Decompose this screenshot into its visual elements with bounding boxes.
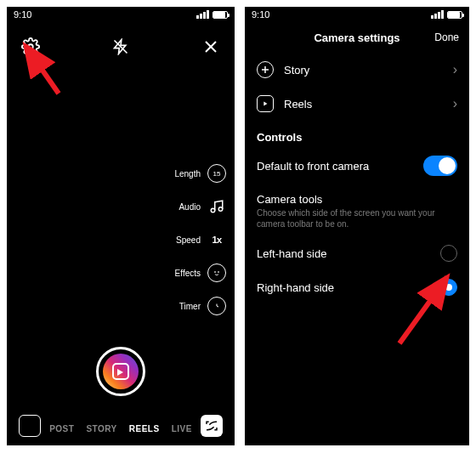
camera-settings-screen: 9:10 Camera settings Done Story › Reels …: [245, 7, 469, 445]
switch-camera-button[interactable]: [201, 415, 223, 437]
front-camera-toggle[interactable]: [423, 156, 457, 176]
tool-timer[interactable]: Timer: [174, 297, 226, 315]
row-right-hand[interactable]: Right-hand side: [245, 270, 469, 304]
flash-off-icon[interactable]: [109, 35, 133, 59]
tool-timer-label: Timer: [179, 302, 201, 311]
controls-heading: Controls: [245, 121, 469, 147]
tool-audio[interactable]: Audio: [174, 197, 226, 216]
length-icon: 15: [207, 164, 226, 183]
status-time: 9:10: [14, 9, 31, 20]
capture-button[interactable]: [96, 347, 145, 396]
tool-speed[interactable]: Speed 1x: [174, 230, 226, 249]
svg-marker-12: [264, 102, 267, 106]
nav-row-story[interactable]: Story ›: [245, 53, 469, 87]
svg-line-9: [217, 306, 218, 307]
row-default-front-camera: Default to front camera: [245, 147, 469, 184]
close-icon[interactable]: [199, 35, 223, 59]
settings-gear-icon[interactable]: [19, 35, 42, 59]
svg-point-0: [28, 44, 33, 49]
camera-screen: 9:10 Length 15: [7, 7, 235, 445]
camera-tools-hint: Choose which side of the screen you want…: [245, 207, 469, 236]
left-hand-radio[interactable]: [440, 245, 457, 262]
music-note-icon: [207, 197, 226, 216]
tab-reels[interactable]: REELS: [129, 424, 160, 434]
settings-title: Camera settings: [289, 31, 425, 44]
tool-effects-label: Effects: [175, 269, 201, 278]
status-time: 9:10: [252, 9, 269, 20]
svg-point-6: [215, 272, 216, 273]
nav-story-label: Story: [284, 64, 309, 76]
tab-post[interactable]: POST: [49, 424, 74, 434]
svg-point-5: [218, 207, 223, 212]
timer-icon: [207, 297, 226, 315]
reels-glyph-icon: [112, 363, 129, 380]
svg-point-4: [211, 208, 215, 212]
right-hand-label: Right-hand side: [257, 281, 334, 294]
front-camera-label: Default to front camera: [257, 160, 369, 173]
camera-tools-column: Length 15 Audio Speed 1x Effects: [174, 164, 226, 315]
tool-effects[interactable]: Effects: [174, 264, 226, 282]
status-icons: [431, 10, 462, 19]
story-plus-icon: [257, 61, 274, 78]
status-bar: 9:10: [7, 7, 235, 22]
effects-icon: [207, 264, 226, 282]
tool-audio-label: Audio: [178, 202, 201, 212]
row-left-hand[interactable]: Left-hand side: [245, 236, 469, 270]
speed-icon: 1x: [207, 230, 226, 249]
tab-story[interactable]: STORY: [86, 424, 116, 434]
tool-speed-label: Speed: [176, 235, 201, 245]
svg-point-7: [218, 272, 219, 273]
chevron-right-icon: ›: [453, 96, 457, 111]
nav-reels-label: Reels: [284, 98, 312, 110]
left-hand-label: Left-hand side: [257, 247, 326, 260]
camera-tools-title: Camera tools: [245, 184, 469, 207]
right-hand-radio[interactable]: [440, 279, 457, 296]
done-button[interactable]: Done: [425, 31, 459, 43]
reels-icon: [257, 95, 274, 112]
nav-row-reels[interactable]: Reels ›: [245, 87, 469, 121]
capture-inner-icon: [103, 354, 139, 389]
tab-live[interactable]: LIVE: [172, 424, 192, 434]
tool-length-label: Length: [174, 169, 201, 178]
tool-length[interactable]: Length 15: [174, 164, 226, 183]
status-icons: [196, 10, 228, 19]
settings-header: Camera settings Done: [245, 22, 469, 53]
status-bar: 9:10: [245, 7, 469, 22]
chevron-right-icon: ›: [453, 62, 457, 77]
